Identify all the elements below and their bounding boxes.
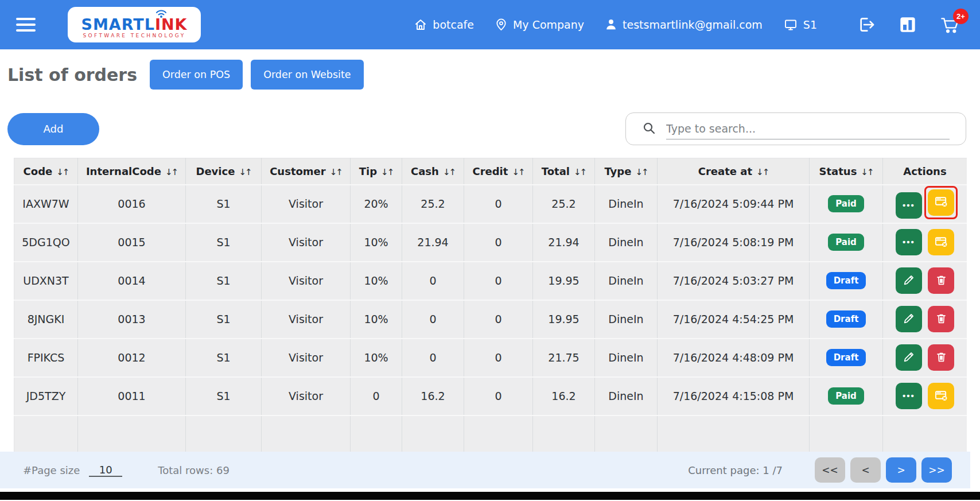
table-cell: 0015 <box>78 223 186 262</box>
column-header-customer[interactable]: Customer↓↑ <box>262 158 351 185</box>
add-button[interactable]: Add <box>7 113 99 145</box>
column-header-type[interactable]: Type↓↑ <box>595 158 658 185</box>
status-badge: Paid <box>828 234 864 251</box>
column-header-device[interactable]: Device↓↑ <box>186 158 262 185</box>
table-cell: 19.95 <box>533 300 595 339</box>
column-label: Customer <box>270 165 326 177</box>
table-cell <box>464 415 533 454</box>
nav-item-device[interactable]: S1 <box>783 18 817 32</box>
table-cell: DineIn <box>595 377 658 415</box>
order-on-pos-button[interactable]: Order on POS <box>150 60 243 90</box>
column-label: Total <box>542 165 570 177</box>
status-cell: Draft <box>810 339 883 377</box>
delete-button[interactable] <box>928 344 954 371</box>
reports-chart-icon[interactable] <box>899 15 917 34</box>
nav-item-store[interactable]: botcafe <box>414 18 474 32</box>
column-header-internalcode[interactable]: InternalCode↓↑ <box>78 158 186 185</box>
orders-tbody: IAXW7W0016S1Visitor20%25.2025.2DineIn7/1… <box>14 185 967 454</box>
nav-item-account[interactable]: testsmartlink@gmail.com <box>605 18 763 32</box>
more-button[interactable]: ••• <box>896 383 922 409</box>
column-header-tip[interactable]: Tip↓↑ <box>351 158 402 185</box>
table-cell: FPIKCS <box>14 339 78 377</box>
table-cell: 21.75 <box>533 339 595 377</box>
trash-icon <box>935 351 947 365</box>
pencil-icon <box>903 351 915 365</box>
column-header-actions: Actions <box>883 158 967 185</box>
table-cell: 0011 <box>78 377 186 415</box>
column-label: Actions <box>903 165 946 177</box>
sort-icon[interactable]: ↓↑ <box>861 167 873 177</box>
column-header-status[interactable]: Status↓↑ <box>810 158 883 185</box>
column-header-total[interactable]: Total↓↑ <box>533 158 595 185</box>
table-cell: JD5TZY <box>14 377 78 415</box>
sort-icon[interactable]: ↓↑ <box>443 167 455 177</box>
table-cell: 0014 <box>78 262 186 300</box>
table-cell: 25.2 <box>402 185 464 223</box>
table-cell: Visitor <box>262 262 351 300</box>
receipt-remove-button[interactable] <box>928 189 954 216</box>
table-cell <box>658 415 810 454</box>
search-icon <box>642 121 656 137</box>
sort-icon[interactable]: ↓↑ <box>330 167 342 177</box>
nav-item-label: botcafe <box>433 18 474 31</box>
sort-icon[interactable]: ↓↑ <box>512 167 524 177</box>
menu-icon[interactable] <box>16 18 36 32</box>
order-on-website-button[interactable]: Order on Website <box>251 60 363 90</box>
column-label: Type <box>604 165 631 177</box>
receipt-remove-button[interactable] <box>928 383 954 409</box>
table-cell <box>810 415 883 454</box>
column-label: Cash <box>411 165 439 177</box>
search-input[interactable] <box>666 119 950 139</box>
delete-button[interactable] <box>928 306 954 332</box>
page-next-button[interactable]: > <box>886 457 916 483</box>
column-label: Credit <box>472 165 508 177</box>
edit-button[interactable] <box>896 306 922 332</box>
wifi-icon <box>154 9 169 21</box>
pagination-footer: #Page size Total rows: 69 Current page: … <box>0 452 970 488</box>
column-label: Status <box>819 165 857 177</box>
column-header-credit[interactable]: Credit↓↑ <box>464 158 533 185</box>
table-cell: 0 <box>402 300 464 339</box>
nav-item-company[interactable]: My Company <box>495 18 584 32</box>
logout-icon[interactable] <box>857 15 876 34</box>
sort-icon[interactable]: ↓↑ <box>381 167 393 177</box>
column-header-create-at[interactable]: Create at↓↑ <box>658 158 810 185</box>
page-first-button[interactable]: << <box>815 457 845 483</box>
page-last-button[interactable]: >> <box>921 457 952 483</box>
cart-icon[interactable]: 2+ <box>940 15 960 34</box>
column-header-cash[interactable]: Cash↓↑ <box>402 158 464 185</box>
column-label: Code <box>24 165 53 177</box>
sort-icon[interactable]: ↓↑ <box>165 167 177 177</box>
cart-count-badge: 2+ <box>953 9 969 24</box>
table-row: 5DG1QO0015S1Visitor10%21.94021.94DineIn7… <box>14 223 967 262</box>
table-cell: 10% <box>351 223 402 262</box>
topnav-items: botcafe My Company testsmartlink@gmail.c… <box>414 18 817 32</box>
table-cell: 0 <box>351 377 402 415</box>
sort-icon[interactable]: ↓↑ <box>56 167 68 177</box>
sort-icon[interactable]: ↓↑ <box>574 167 586 177</box>
delete-button[interactable] <box>928 267 954 294</box>
table-cell: Visitor <box>262 377 351 415</box>
more-button[interactable]: ••• <box>896 192 922 219</box>
table-cell: 7/16/2024 5:08:19 PM <box>658 223 810 262</box>
table-cell: UDXN3T <box>14 262 78 300</box>
smartlink-logo: SMARTLINK SOFTWARE TECHNOLOGY <box>68 7 201 42</box>
ellipsis-icon: ••• <box>903 393 915 399</box>
column-header-code[interactable]: Code↓↑ <box>14 158 78 185</box>
more-button[interactable]: ••• <box>896 229 922 255</box>
table-cell: 25.2 <box>533 185 595 223</box>
page-size-input[interactable] <box>89 464 122 477</box>
table-header-row: Code↓↑ InternalCode↓↑ Device↓↑ Customer↓… <box>14 158 967 185</box>
receipt-remove-button[interactable] <box>928 229 954 255</box>
page-prev-button[interactable]: < <box>850 457 881 483</box>
sort-icon[interactable]: ↓↑ <box>756 167 768 177</box>
table-cell: 16.2 <box>402 377 464 415</box>
sort-icon[interactable]: ↓↑ <box>239 167 251 177</box>
page-size-label: #Page size <box>23 464 80 476</box>
table-cell: 0 <box>464 262 533 300</box>
status-badge: Draft <box>826 310 866 328</box>
edit-button[interactable] <box>896 344 922 371</box>
edit-button[interactable] <box>896 267 922 294</box>
table-cell: 0 <box>464 377 533 415</box>
sort-icon[interactable]: ↓↑ <box>635 167 647 177</box>
